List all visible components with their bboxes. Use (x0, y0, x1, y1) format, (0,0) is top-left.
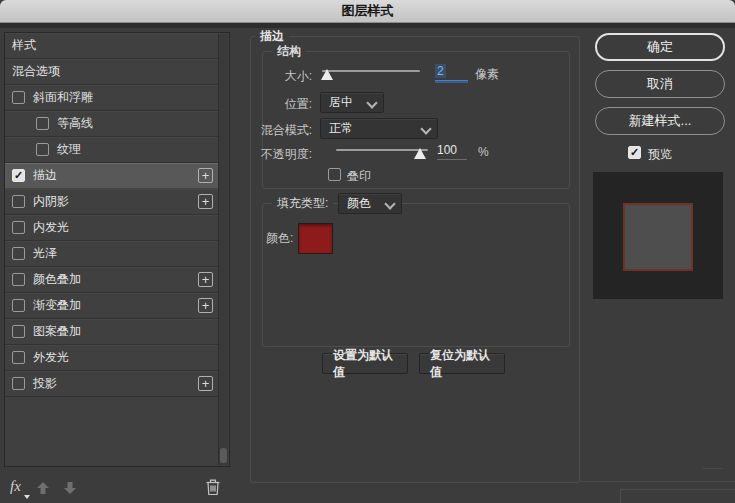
stroke-color-label: 颜色: (266, 230, 293, 247)
sidebar-item-pattern-overlay[interactable]: 图案叠加 (5, 319, 219, 345)
sidebar-item-inner-glow[interactable]: 内发光 (5, 215, 219, 241)
new-style-button[interactable]: 新建样式... (595, 107, 725, 135)
outer-glow-enable-checkbox[interactable] (12, 351, 25, 364)
delete-effect-trash-button[interactable] (205, 478, 221, 496)
sidebar-item-texture[interactable]: 纹理 (5, 137, 219, 163)
sidebar-item-outer-glow[interactable]: 外发光 (5, 345, 219, 371)
fx-menu-button[interactable]: fx (10, 478, 21, 495)
color-overlay-enable-checkbox[interactable] (12, 273, 25, 286)
drop-shadow-enable-checkbox[interactable] (12, 377, 25, 390)
sidebar-item-label: 样式 (12, 37, 215, 54)
cancel-button[interactable]: 取消 (595, 70, 725, 98)
sidebar-item-label: 颜色叠加 (33, 271, 190, 288)
stroke-enable-checkbox[interactable]: ✓ (12, 169, 25, 182)
contour-enable-checkbox[interactable] (36, 117, 49, 130)
position-dropdown[interactable]: 居中 (320, 92, 384, 113)
opacity-unit-label: % (478, 145, 489, 159)
blend-mode-value: 正常 (329, 120, 353, 137)
overprint-label: 叠印 (347, 168, 371, 185)
inner-glow-enable-checkbox[interactable] (12, 221, 25, 234)
sidebar-item-bevel-emboss[interactable]: 斜面和浮雕 (5, 85, 219, 111)
opacity-label: 不透明度: (246, 146, 312, 163)
set-default-button[interactable]: 设置为默认值 (322, 353, 408, 374)
preview-inner-square (623, 203, 693, 271)
sidebar-item-satin[interactable]: 光泽 (5, 241, 219, 267)
effects-sidebar: 样式混合选项斜面和浮雕等高线纹理✓描边+内阴影+内发光光泽颜色叠加+渐变叠加+图… (4, 32, 230, 467)
sidebar-item-label: 光泽 (33, 245, 215, 262)
dialog-titlebar: 图层样式 (0, 0, 735, 23)
fill-type-value: 颜色 (347, 195, 371, 212)
sidebar-item-label: 斜面和浮雕 (33, 89, 215, 106)
fx-icon: fx (10, 478, 21, 494)
add-drop-shadow-instance-button[interactable]: + (198, 376, 213, 391)
size-value-field[interactable]: 2 (435, 64, 468, 81)
overprint-checkbox[interactable] (328, 168, 341, 181)
chevron-down-icon (420, 123, 431, 134)
size-slider-track[interactable] (322, 70, 420, 72)
add-color-overlay-instance-button[interactable]: + (198, 272, 213, 287)
position-value: 居中 (329, 94, 353, 111)
titlebar-shadow (0, 23, 735, 28)
fill-type-label: 填充类型: (272, 196, 333, 211)
sidebar-item-label: 内阴影 (33, 193, 190, 210)
panel-divider (702, 468, 723, 469)
preview-label: 预览 (648, 146, 672, 163)
sidebar-item-label: 等高线 (57, 115, 215, 132)
sidebar-item-label: 投影 (33, 375, 190, 392)
chevron-down-icon (384, 198, 395, 209)
blend-mode-label: 混合模式: (246, 122, 312, 139)
add-inner-shadow-instance-button[interactable]: + (198, 194, 213, 209)
inner-shadow-enable-checkbox[interactable] (12, 195, 25, 208)
sidebar-item-label: 内发光 (33, 219, 215, 236)
sidebar-item-blending-options[interactable]: 混合选项 (5, 59, 219, 85)
add-gradient-overlay-instance-button[interactable]: + (198, 298, 213, 313)
texture-enable-checkbox[interactable] (36, 143, 49, 156)
structure-legend: 结构 (272, 44, 306, 59)
stroke-panel-title: 描边 (255, 29, 289, 44)
sidebar-item-stroke[interactable]: ✓描边+ (5, 163, 219, 189)
move-effect-down-button[interactable] (63, 481, 77, 495)
opacity-value-field[interactable]: 100 (437, 143, 467, 160)
satin-enable-checkbox[interactable] (12, 247, 25, 260)
pattern-overlay-enable-checkbox[interactable] (12, 325, 25, 338)
reset-default-button[interactable]: 复位为默认值 (419, 353, 505, 374)
size-label: 大小: (268, 68, 312, 85)
sidebar-item-inner-shadow[interactable]: 内阴影+ (5, 189, 219, 215)
sidebar-item-label: 外发光 (33, 349, 215, 366)
chevron-down-icon (366, 97, 377, 108)
position-label: 位置: (268, 96, 312, 113)
sidebar-item-styles[interactable]: 样式 (5, 33, 219, 59)
partial-panel-edge (620, 489, 735, 503)
fx-caret-icon (24, 495, 30, 499)
blend-mode-dropdown[interactable]: 正常 (320, 118, 438, 139)
ok-button[interactable]: 确定 (595, 33, 725, 61)
style-preview-thumbnail (593, 172, 723, 299)
bevel-emboss-enable-checkbox[interactable] (12, 91, 25, 104)
sidebar-effect-list: 样式混合选项斜面和浮雕等高线纹理✓描边+内阴影+内发光光泽颜色叠加+渐变叠加+图… (5, 33, 219, 466)
size-slider-thumb[interactable] (321, 69, 333, 80)
stroke-color-swatch[interactable] (298, 223, 333, 254)
preview-checkbox[interactable]: ✓ (628, 146, 641, 159)
gradient-overlay-enable-checkbox[interactable] (12, 299, 25, 312)
panel-divider (578, 481, 735, 482)
sidebar-item-label: 图案叠加 (33, 323, 215, 340)
fill-type-dropdown[interactable]: 颜色 (338, 193, 402, 214)
sidebar-item-contour[interactable]: 等高线 (5, 111, 219, 137)
move-effect-up-button[interactable] (36, 481, 50, 495)
sidebar-item-label: 混合选项 (12, 63, 215, 80)
dialog-title: 图层样式 (342, 2, 394, 20)
sidebar-item-drop-shadow[interactable]: 投影+ (5, 371, 219, 397)
add-stroke-instance-button[interactable]: + (198, 168, 213, 183)
sidebar-item-label: 纹理 (57, 141, 215, 158)
opacity-slider-thumb[interactable] (414, 148, 426, 159)
sidebar-item-label: 描边 (33, 167, 190, 184)
sidebar-scrollbar[interactable] (218, 34, 228, 465)
sidebar-scrollbar-thumb[interactable] (220, 448, 227, 463)
sidebar-item-gradient-overlay[interactable]: 渐变叠加+ (5, 293, 219, 319)
sidebar-item-label: 渐变叠加 (33, 297, 190, 314)
size-unit-label: 像素 (475, 66, 499, 83)
sidebar-item-color-overlay[interactable]: 颜色叠加+ (5, 267, 219, 293)
